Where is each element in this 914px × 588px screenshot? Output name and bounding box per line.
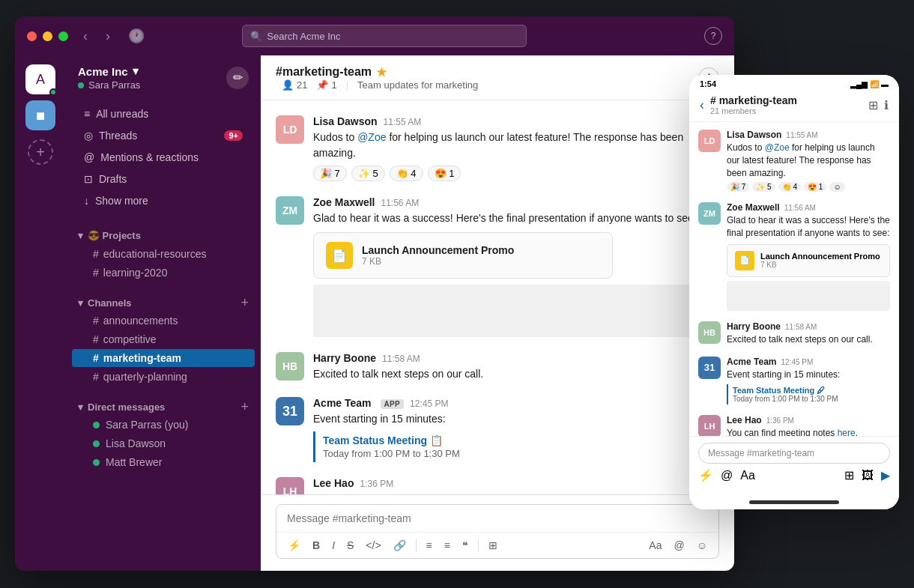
phone-back-button[interactable]: ‹ [700,97,704,113]
message-header: Harry Boone 11:58 AM [727,321,890,332]
history-button[interactable]: 🕐 [125,26,148,46]
phone-image-icon[interactable]: 🖼 [862,469,874,482]
sidebar-nav: ≡ All unreads ◎ Threads 9+ @ Mentions & … [66,100,261,215]
workspace-name[interactable]: Acme Inc ▾ [78,64,140,78]
meeting-notes-link[interactable]: here [838,428,856,436]
channel-name-label: announcements [103,315,178,327]
help-button[interactable]: ? [704,27,722,45]
compose-button[interactable]: ✏ [226,67,249,89]
mention[interactable]: @Zoe [357,131,386,143]
reaction-item[interactable]: 👏 4 [778,182,801,192]
message-input[interactable] [276,505,718,532]
channel-name-label: educational-resources [103,248,207,260]
projects-section-header[interactable]: ▾ 😎 Projects [66,224,261,244]
file-icon: 📄 [735,251,754,270]
forward-button[interactable]: › [103,27,113,46]
sidebar-item-mentions[interactable]: @ Mentions & reactions [72,147,255,168]
dm-section-label[interactable]: ▾ Direct messages [78,401,165,413]
star-icon[interactable]: ★ [376,65,387,79]
file-info: Launch Announcement Promo 7 KB [760,252,880,269]
numbered-list-button[interactable]: ≡ [423,537,436,554]
mentions-label: Mentions & reactions [100,151,199,163]
phone-messages-area[interactable]: LD Lisa Dawson 11:55 AM Kudos to @Zoe fo… [689,122,899,436]
channel-item-announcements[interactable]: # announcements [72,312,255,330]
channel-item-learning-2020[interactable]: # learning-2020 [72,264,255,282]
channel-item-marketing-team[interactable]: # marketing-team [72,349,255,367]
reaction-item[interactable]: ☺ [829,182,844,192]
reactions: 🎉 7 ✨ 5 👏 4 😍 1 [313,166,719,181]
threads-badge: 9+ [224,130,243,141]
link-button[interactable]: 🔗 [390,537,410,554]
layout-button[interactable]: ⊞ [485,537,501,554]
add-workspace-button[interactable]: + [28,139,53,165]
dm-sara-parras[interactable]: Sara Parras (you) [72,416,255,434]
bold-button[interactable]: B [309,537,324,554]
projects-label: 😎 Projects [88,230,141,241]
sidebar-item-drafts[interactable]: ⊡ Drafts [72,169,255,190]
reaction-item[interactable]: 🎉 7 [313,166,347,181]
italic-button[interactable]: I [328,537,339,554]
toolbar-divider [478,539,479,552]
phone-lightning-icon[interactable]: ⚡ [698,468,713,482]
channel-item-competitive[interactable]: # competitive [72,330,255,348]
bullet-list-button[interactable]: ≡ [441,537,454,554]
phone-send-button[interactable]: ▶ [881,468,890,482]
phone-search-icon[interactable]: ⊞ [868,98,878,112]
text-size-button[interactable]: Aa [645,537,665,554]
sidebar-item-all-unreads[interactable]: ≡ All unreads [72,103,255,124]
message-time: 11:55 AM [786,131,817,139]
channel-name-label: quarterly-planning [103,371,187,383]
back-button[interactable]: ‹ [80,27,91,46]
message-header: Acme Team APP 12:45 PM [313,397,719,409]
phone-channel-name: # marketing-team [710,94,862,106]
phone-info-icon[interactable]: ℹ [884,98,889,112]
search-bar[interactable]: 🔍 Search Acme Inc [242,25,527,47]
lightning-button[interactable]: ⚡ [284,537,304,554]
channel-description: Team updates for marketing [357,79,478,91]
fullscreen-button[interactable] [58,31,68,41]
close-button[interactable] [27,31,37,41]
channels-section-label[interactable]: ▾ Channels [78,297,132,309]
file-attachment[interactable]: 📄 Launch Announcement Promo 7 KB [727,244,890,277]
phone-message-input[interactable]: Message #marketing-team [698,443,890,464]
dm-label: Direct messages [88,401,165,413]
minimize-button[interactable] [43,31,52,41]
phone-text-size-icon[interactable]: Aa [740,469,755,482]
strikethrough-button[interactable]: S [343,537,357,554]
dm-matt-brewer[interactable]: Matt Brewer [72,453,255,471]
reaction-item[interactable]: 👏 4 [390,166,423,181]
avatar: HB [276,352,304,381]
reaction-item[interactable]: 😍 1 [804,182,826,192]
channel-item-quarterly-planning[interactable]: # quarterly-planning [72,368,255,386]
reaction-item[interactable]: ✨ 5 [752,182,775,192]
file-attachment[interactable]: 📄 Launch Announcement Promo 7 KB [313,232,613,279]
add-channel-button[interactable]: + [240,296,249,309]
workspace-avatar-secondary[interactable]: ■ [25,100,55,130]
event-title[interactable]: Team Status Meeting 🖊 [733,386,890,395]
code-button[interactable]: </> [362,537,384,554]
phone-attachment-icon[interactable]: ⊞ [844,468,854,482]
channel-item-educational-resources[interactable]: # educational-resources [72,245,255,263]
phone-time: 1:54 [700,79,716,88]
phone-actions: ⊞ ℹ [868,98,889,112]
quote-button[interactable]: ❝ [458,537,472,554]
workspace-avatar-primary[interactable]: A [25,64,55,94]
reaction-item[interactable]: ✨ 5 [351,166,385,181]
message-content: Lisa Dawson 11:55 AM Kudos to @Zoe for h… [313,115,719,181]
sidebar-item-threads[interactable]: ◎ Threads 9+ [72,125,255,146]
reaction-item[interactable]: 🎉 7 [727,182,749,192]
add-dm-button[interactable]: + [240,400,249,413]
reaction-item[interactable]: 😍 1 [428,166,461,181]
file-name: Launch Announcement Promo [362,244,514,256]
phone-mention-icon[interactable]: @ [721,469,733,482]
avatar: ZM [698,202,721,225]
event-title[interactable]: Team Status Meeting 📋 [323,434,719,446]
app-badge: APP [381,399,404,409]
dm-lisa-dawson[interactable]: Lisa Dawson [72,434,255,452]
sidebar-item-show-more[interactable]: ↓ Show more [72,190,255,211]
messages-area[interactable]: LD Lisa Dawson 11:55 AM Kudos to @Zoe fo… [261,100,734,494]
mention-button[interactable]: @ [670,537,688,554]
hash-icon: # [93,352,99,364]
emoji-button[interactable]: ☺ [693,537,711,554]
message-text: Event starting in 15 minutes: [727,369,890,381]
